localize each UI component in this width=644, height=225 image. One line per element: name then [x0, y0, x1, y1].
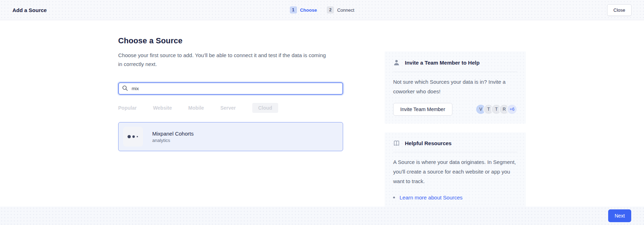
source-category: analytics — [152, 138, 194, 143]
source-name: Mixpanel Cohorts — [152, 131, 194, 137]
step-choose-number: 1 — [290, 6, 297, 13]
tab-cloud[interactable]: Cloud — [252, 103, 279, 113]
page-title: Add a Source — [12, 7, 47, 13]
resources-card-body: A Source is where your data originates. … — [393, 157, 517, 186]
divider — [393, 72, 517, 72]
step-connect-number: 2 — [327, 6, 334, 13]
wizard-steps: 1 Choose 2 Connect — [290, 6, 354, 13]
invite-card-title: Invite a Team Member to Help — [405, 60, 480, 66]
tab-website[interactable]: Website — [153, 105, 172, 111]
tab-server[interactable]: Server — [220, 105, 236, 111]
bullet-icon — [393, 197, 395, 198]
mixpanel-dots-icon — [127, 134, 139, 139]
source-card-mixpanel-cohorts[interactable]: Mixpanel Cohorts analytics — [118, 122, 343, 151]
search-input[interactable] — [118, 82, 343, 95]
source-icon-box — [123, 127, 143, 147]
invite-card: Invite a Team Member to Help Not sure wh… — [385, 51, 526, 124]
tab-mobile[interactable]: Mobile — [188, 105, 204, 111]
person-icon — [393, 59, 400, 66]
search-wrap — [118, 82, 343, 95]
step-choose[interactable]: 1 Choose — [290, 6, 317, 13]
topbar: Add a Source 1 Choose 2 Connect Close — [0, 0, 644, 20]
main-content: Choose a Source Choose your first source… — [118, 20, 343, 151]
step-connect[interactable]: 2 Connect — [327, 6, 354, 13]
resources-card-title: Helpful Resources — [405, 140, 452, 146]
divider — [393, 152, 517, 152]
invite-card-header: Invite a Team Member to Help — [393, 59, 517, 66]
source-text: Mixpanel Cohorts analytics — [152, 131, 194, 143]
invite-team-member-button[interactable]: Invite Team Member — [393, 103, 452, 116]
bottom-action-bar: Next — [0, 207, 644, 225]
invite-card-body: Not sure which Sources your data is in? … — [393, 77, 517, 96]
resource-link-item: Learn more about Sources — [393, 194, 517, 201]
step-connect-label: Connect — [337, 7, 354, 13]
learn-more-sources-link[interactable]: Learn more about Sources — [400, 194, 463, 201]
avatar-stack: V T T R +6 — [475, 104, 517, 115]
sidebar: Invite a Team Member to Help Not sure wh… — [385, 20, 526, 208]
invite-row: Invite Team Member V T T R +6 — [393, 103, 517, 116]
avatar-overflow-count: +6 — [507, 104, 517, 115]
search-icon — [122, 85, 128, 91]
next-button[interactable]: Next — [608, 209, 631, 222]
step-choose-label: Choose — [300, 7, 317, 13]
book-icon — [393, 140, 400, 146]
tab-popular[interactable]: Popular — [118, 105, 137, 111]
page-heading: Choose a Source — [118, 36, 343, 45]
resources-card: Helpful Resources A Source is where your… — [385, 132, 526, 208]
filter-tabs: Popular Website Mobile Server Cloud — [118, 103, 343, 113]
close-button[interactable]: Close — [607, 4, 632, 16]
resources-card-header: Helpful Resources — [393, 140, 517, 146]
page-description: Choose your first source to add. You’ll … — [118, 51, 327, 68]
resource-links: Learn more about Sources — [393, 194, 517, 201]
